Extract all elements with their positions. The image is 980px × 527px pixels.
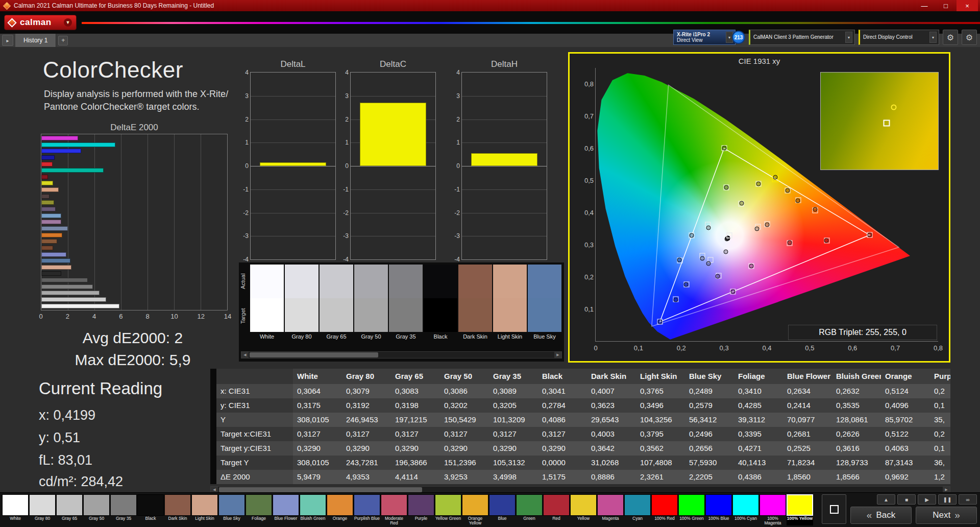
- collapse-up-icon[interactable]: ▲: [877, 494, 895, 505]
- patch-button-100-magenta[interactable]: 100% Magenta: [760, 494, 786, 525]
- patch-button-gray-80[interactable]: Gray 80: [29, 494, 56, 525]
- patch-button-black[interactable]: Black: [137, 494, 164, 525]
- target-swatch: [389, 298, 423, 332]
- deltae-bar-row: [41, 220, 226, 224]
- patch-button-100-cyan[interactable]: 100% Cyan: [732, 494, 759, 525]
- pause-icon[interactable]: ❚❚: [938, 494, 957, 505]
- scroll-left-icon[interactable]: ◀: [241, 352, 249, 358]
- patch-button-100-red[interactable]: 100% Red: [651, 494, 678, 525]
- minimize-button[interactable]: —: [914, 0, 935, 11]
- title-bar: Calman 2021 Calman Ultimate for Business…: [0, 0, 980, 11]
- patch-button-cyan[interactable]: Cyan: [624, 494, 651, 525]
- patch-button-yellow[interactable]: Yellow: [570, 494, 597, 525]
- table-cell: 0,2525: [783, 441, 832, 456]
- meter-selector[interactable]: X-Rite i1Pro 2 Direct View ▾: [673, 30, 736, 45]
- patch-button-bluish-green[interactable]: Bluish Green: [300, 494, 326, 525]
- row-label: Target x:CIE31: [216, 427, 293, 441]
- patch-button-orange-yellow[interactable]: Orange Yellow: [462, 494, 488, 525]
- patch-label: 100% Yellow: [787, 516, 813, 525]
- pattern-generator-selector[interactable]: CalMAN Client 3 Pattern Generator ▾: [749, 30, 855, 45]
- patch-button-purplish-blue[interactable]: Purplish Blue: [354, 494, 380, 525]
- patch-swatch: [164, 494, 191, 516]
- back-button[interactable]: « Back: [850, 507, 912, 524]
- x-tick-label: 8: [146, 313, 150, 320]
- current-reading-title: Current Reading: [39, 379, 162, 398]
- table-row: ΔE 20005,94794,93534,41143,92533,49981,5…: [210, 470, 950, 484]
- patch-button-gray-65[interactable]: Gray 65: [56, 494, 83, 525]
- cie-plot-area: 0,80,70,60,50,40,30,20,100,10,20,30,40,5…: [595, 68, 938, 342]
- patch-label: Light Skin: [191, 516, 218, 525]
- y-tick-label: -1: [238, 186, 249, 193]
- patch-button-100-yellow[interactable]: 100% Yellow: [787, 494, 813, 525]
- swatch-column: Gray 65: [320, 265, 353, 341]
- close-button[interactable]: ×: [957, 0, 978, 11]
- table-cell: 39,3112: [734, 413, 783, 427]
- chevron-left-icon: «: [867, 510, 872, 521]
- measured-point-icon: [673, 297, 678, 302]
- deltae-bar-row: [41, 213, 226, 218]
- patch-button-moderate-red[interactable]: Moderate Red: [381, 494, 407, 525]
- patch-button-green[interactable]: Green: [516, 494, 543, 525]
- play-icon[interactable]: ▶: [918, 494, 936, 505]
- deltae-bar: [41, 304, 119, 308]
- scroll-right-icon[interactable]: ▶: [554, 352, 561, 358]
- patch-swatch: [760, 494, 786, 516]
- next-button[interactable]: Next »: [916, 507, 977, 524]
- patch-button-red[interactable]: Red: [543, 494, 570, 525]
- display-control-selector[interactable]: Direct Display Control ▾: [859, 30, 939, 45]
- patch-button-foliage[interactable]: Foliage: [246, 494, 272, 525]
- table-cell: 101,3209: [489, 413, 538, 427]
- patch-button-yellow-green[interactable]: Yellow Green: [435, 494, 461, 525]
- stop-icon[interactable]: ■: [897, 494, 916, 505]
- table-row: Target Y308,0105243,7281196,3866151,2396…: [210, 456, 950, 470]
- row-label: Target y:CIE31: [216, 441, 293, 456]
- gear-icon[interactable]: ⚙: [962, 30, 977, 45]
- patch-button-blue[interactable]: Blue: [489, 494, 516, 525]
- column-header: Blue Sky: [685, 369, 734, 384]
- patch-label: 100% Magenta: [760, 516, 786, 525]
- patch-button-white[interactable]: White: [2, 494, 29, 525]
- gridline: [351, 96, 435, 97]
- patch-button-dark-skin[interactable]: Dark Skin: [164, 494, 191, 525]
- patch-button-blue-sky[interactable]: Blue Sky: [218, 494, 245, 525]
- table-cell: 35,: [930, 413, 950, 427]
- patch-button-magenta[interactable]: Magenta: [597, 494, 624, 525]
- table-cell: 2,3261: [636, 470, 685, 484]
- patch-button-blue-flower[interactable]: Blue Flower: [273, 494, 299, 525]
- loop-icon[interactable]: ∞: [959, 494, 977, 505]
- y-tick-label: -4: [450, 256, 460, 263]
- table-cell: 57,5930: [685, 456, 734, 470]
- patch-swatch: [624, 494, 651, 516]
- patch-button-purple[interactable]: Purple: [408, 494, 434, 525]
- swatch-column: White: [250, 265, 284, 341]
- y-tick-label: 2: [238, 116, 249, 123]
- measured-point-icon: [706, 261, 710, 266]
- patch-button-light-skin[interactable]: Light Skin: [191, 494, 218, 525]
- target-swatch: [250, 298, 284, 332]
- patch-button-100-blue[interactable]: 100% Blue: [705, 494, 732, 525]
- tab-history-1[interactable]: History 1: [15, 34, 56, 47]
- stop-pattern-button[interactable]: [822, 494, 846, 524]
- deltae-bar-chart: [41, 134, 228, 310]
- swatch-column: Dark Skin: [458, 265, 492, 341]
- patch-button-orange[interactable]: Orange: [327, 494, 353, 525]
- calman-menu-button[interactable]: calman ▼: [4, 15, 77, 30]
- y-tick-label: 0,2: [578, 273, 594, 281]
- column-header: Gray 35: [489, 369, 538, 384]
- maximize-button[interactable]: □: [935, 0, 957, 11]
- measured-point-icon: [813, 207, 817, 212]
- patch-button-gray-50[interactable]: Gray 50: [83, 494, 110, 525]
- gridline: [351, 189, 435, 190]
- table-cell: 308,0105: [293, 456, 342, 470]
- deltae-bar-row: [41, 271, 226, 276]
- swatch-strip-scrollbar[interactable]: ◀ ▶: [241, 351, 562, 358]
- window-title: Calman 2021 Calman Ultimate for Business…: [14, 2, 914, 9]
- add-tab-button[interactable]: +: [58, 36, 68, 45]
- gear-icon[interactable]: ⚙: [943, 30, 958, 45]
- scrollbar-thumb[interactable]: [219, 487, 422, 492]
- patch-button-100-green[interactable]: 100% Green: [678, 494, 705, 525]
- pane-toggle-button[interactable]: ▸: [2, 35, 13, 46]
- patch-button-gray-35[interactable]: Gray 35: [110, 494, 137, 525]
- deltae-bar: [41, 278, 88, 282]
- scrollbar-thumb[interactable]: [250, 352, 378, 357]
